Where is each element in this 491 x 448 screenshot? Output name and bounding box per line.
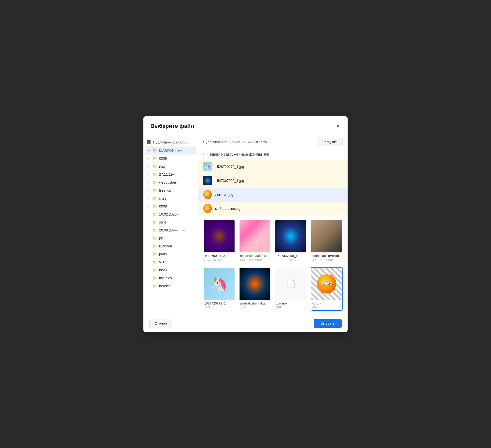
recent-label: Недавно загруженные файлы [207, 152, 262, 157]
modal-body: 🗄️ Публичное хранили... ▶ 📂 ШАБЛОН new ›… [143, 135, 348, 315]
sidebar-root[interactable]: 🗄️ Публичное хранили... [143, 138, 198, 147]
sidebar-item-block[interactable]: › 📁 block [145, 266, 196, 274]
sidebar-item-label: img [159, 164, 165, 168]
grid-thumbnail [311, 220, 342, 252]
grid-file-name: 1528720172_1 [204, 301, 234, 305]
file-name: 1547367999_1.jpg [215, 179, 244, 183]
grid-item[interactable]: 📄 шаблон GPF [275, 267, 307, 311]
folder-icon: 📁 [152, 180, 157, 185]
sidebar-item-pic[interactable]: › 📁 pic [145, 234, 196, 242]
sidebar-item-label: 0009 [159, 156, 167, 160]
list-item[interactable]: DEMO логотип.jpg [198, 188, 348, 202]
arrow-icon: › [148, 253, 151, 255]
sidebar-item-img[interactable]: › 📁 img [145, 162, 196, 170]
arrow-icon: › [148, 285, 151, 287]
modal-header: Выберите файл × [143, 116, 348, 135]
select-button[interactable]: Выбрать [314, 319, 342, 328]
sidebar-item-label: 27.11.19- [159, 172, 174, 176]
sidebar-item-webpushes[interactable]: › 📁 webpushes [145, 178, 196, 186]
arrow-icon: › [148, 221, 151, 224]
grid-file-name: abstraktsiia-fraktaly... [240, 301, 270, 305]
sidebar-item-style[interactable]: › 📁 style [145, 218, 196, 226]
sidebar-item-label: style [159, 220, 166, 224]
list-item[interactable]: LOGO мой логотип.jpg [198, 202, 348, 216]
folder-icon: 📁 [152, 276, 157, 280]
sidebar-item-header[interactable]: › 📁 header [145, 282, 196, 290]
sidebar-item-27-11-19[interactable]: › 📁 27.11.19- [145, 170, 196, 178]
arrow-icon: › [148, 269, 151, 271]
grid-file-name: шаблон [276, 301, 306, 305]
grid-item[interactable]: DEMO логотип JPG [311, 267, 343, 311]
grid-item[interactable]: ae3af40ed33a938c... PNG 662,66KB [239, 220, 271, 263]
sidebar-root-label: Публичное хранили... [153, 140, 188, 144]
upload-button[interactable]: Загрузить [318, 138, 343, 146]
list-item[interactable]: 1547367999_1.jpg [198, 174, 348, 188]
demo-badge: DEMO [317, 274, 337, 294]
sidebar-item-parts[interactable]: › 📁 parts [145, 250, 196, 258]
grid-file-meta: PNG 662,66KB [240, 258, 270, 262]
file-name: 1528720172_1.jpg [215, 165, 244, 169]
sidebar-item-label: parts [159, 252, 167, 256]
arrow-icon: › [148, 237, 151, 239]
close-button[interactable]: × [335, 122, 341, 130]
sidebar-item-label: sites [159, 196, 166, 200]
sidebar-item-label: header [159, 284, 170, 288]
file-thumbnail: DEMO [203, 190, 212, 199]
arrow-icon: › [148, 173, 151, 176]
sidebar-item-sites[interactable]: › 📁 sites [145, 194, 196, 202]
sidebar-item-label: ШАБЛОН new [159, 149, 182, 152]
file-list: ▾ Недавно загруженные файлы 9/9 🦄 152872… [198, 149, 348, 315]
file-name: логотип.jpg [215, 193, 233, 197]
sidebar-item-label: Шаблон [159, 244, 172, 248]
sidebar-item-label: block [159, 268, 167, 272]
grid-item[interactable]: abstraktsiia-fraktaly... JPG [239, 267, 271, 311]
arrow-icon: › [148, 245, 151, 247]
grid-item[interactable]: спальная комната JPG 481,55KB [311, 220, 343, 263]
sidebar-item-10-02-2020[interactable]: › 📁 10.02.2020- [145, 210, 196, 218]
folder-icon: 📁 [152, 212, 157, 217]
sidebar-item-chpt[interactable]: › 📁 ЧПТ [145, 258, 196, 266]
arrow-icon: › [148, 157, 151, 160]
folder-icon: 📁 [152, 244, 157, 248]
arrow-icon: ▶ [148, 149, 151, 152]
sidebar-item-label: 20.09.23-----__--... [159, 228, 187, 232]
file-thumbnail: LOGO [203, 204, 212, 213]
sidebar-item-shablon-new[interactable]: ▶ 📂 ШАБЛОН new [145, 147, 196, 154]
sidebar-item-label: 0008 [159, 204, 167, 208]
folder-icon: 📁 [152, 156, 157, 161]
cancel-button[interactable]: Отмена [149, 319, 172, 328]
folder-icon: 📁 [152, 236, 157, 240]
folder-open-icon: 📂 [152, 148, 157, 153]
storage-icon: 🗄️ [146, 140, 151, 145]
breadcrumb-separator: › [242, 140, 243, 144]
sidebar-item-0009[interactable]: › 📁 0009 [145, 154, 196, 162]
sidebar-item-files-up[interactable]: › 📁 files_up [145, 186, 196, 194]
folder-icon: 📁 [152, 196, 157, 201]
grid-item[interactable]: 1547367999_1 JPG 72,75KB [275, 220, 307, 263]
sidebar-item-my-files[interactable]: › 📁 my_files [145, 274, 196, 282]
arrow-icon: › [148, 277, 151, 279]
grid-file-name: ae3af40ed33a938c... [240, 254, 270, 258]
recent-section-header[interactable]: ▾ Недавно загруженные файлы 9/9 [198, 149, 348, 160]
sidebar-item-label: files_up [159, 188, 171, 192]
arrow-icon: › [148, 229, 151, 231]
folder-icon: 📁 [152, 252, 157, 256]
list-item[interactable]: 🦄 1528720172_1.jpg [198, 160, 348, 174]
grid-item[interactable]: 44106503-1931124... JPG 131,02KB [203, 220, 235, 263]
sidebar-item-0008[interactable]: › 📁 0008 [145, 202, 196, 210]
grid-thumbnail [240, 268, 270, 300]
arrow-icon: › [148, 189, 151, 192]
sidebar-item-label: 10.02.2020- [159, 212, 178, 216]
grid-item[interactable]: 🦄 1528720172_1 JPG [203, 267, 235, 311]
sidebar-item-shablon[interactable]: › 📁 Шаблон [145, 242, 196, 250]
sidebar-item-label: ЧПТ [159, 260, 166, 264]
grid-file-meta: JPG [312, 306, 342, 309]
sidebar-item-20-09-23[interactable]: › 📁 20.09.23-----__--... [145, 226, 196, 234]
modal-overlay: Выберите файл × 🗄️ Публичное хранили... … [0, 0, 491, 448]
file-thumbnail [203, 176, 212, 185]
folder-icon: 📁 [152, 204, 157, 209]
file-grid-section: 44106503-1931124... JPG 131,02KB ae3af40… [198, 216, 348, 315]
sidebar-item-label: webpushes [159, 180, 177, 184]
breadcrumb: Публичное хранилище › ШАБЛОН new [203, 140, 316, 144]
folder-icon: 📁 [152, 284, 157, 288]
